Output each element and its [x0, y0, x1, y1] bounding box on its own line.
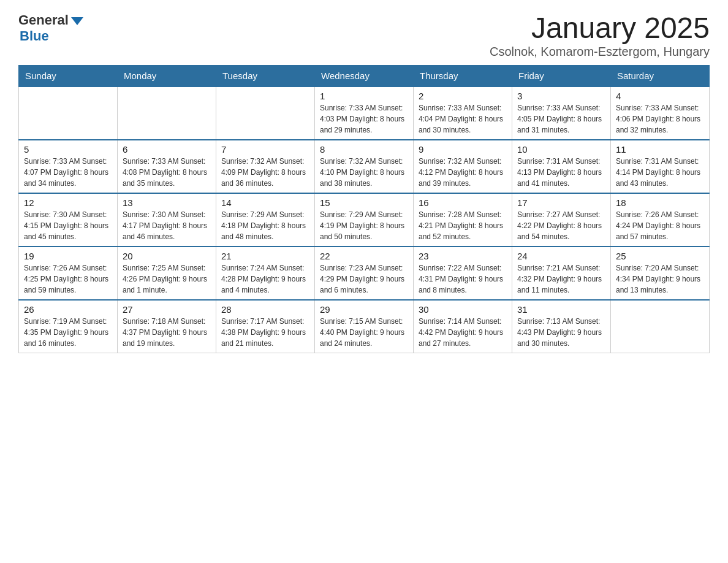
table-row: 6Sunrise: 7:33 AM Sunset: 4:08 PM Daylig… — [118, 140, 216, 193]
day-info: Sunrise: 7:25 AM Sunset: 4:26 PM Dayligh… — [123, 262, 211, 296]
table-row: 30Sunrise: 7:14 AM Sunset: 4:42 PM Dayli… — [414, 300, 512, 353]
table-row: 31Sunrise: 7:13 AM Sunset: 4:43 PM Dayli… — [512, 300, 611, 353]
day-number: 19 — [24, 251, 112, 261]
page-header: General Blue January 2025 Csolnok, Komar… — [18, 12, 710, 59]
table-row: 1Sunrise: 7:33 AM Sunset: 4:03 PM Daylig… — [315, 86, 414, 140]
day-info: Sunrise: 7:23 AM Sunset: 4:29 PM Dayligh… — [320, 262, 408, 296]
day-number: 3 — [517, 91, 605, 101]
day-number: 26 — [24, 304, 112, 315]
day-number: 29 — [320, 304, 408, 315]
day-info: Sunrise: 7:33 AM Sunset: 4:08 PM Dayligh… — [123, 156, 211, 189]
header-day-saturday: Saturday — [611, 65, 710, 86]
day-info: Sunrise: 7:26 AM Sunset: 4:24 PM Dayligh… — [616, 209, 704, 242]
day-number: 14 — [221, 197, 309, 208]
day-number: 27 — [123, 304, 211, 315]
day-number: 23 — [419, 251, 507, 261]
day-number: 18 — [616, 197, 704, 208]
table-row: 18Sunrise: 7:26 AM Sunset: 4:24 PM Dayli… — [611, 193, 710, 247]
day-number: 22 — [320, 251, 408, 261]
header-day-tuesday: Tuesday — [216, 65, 315, 86]
table-row: 2Sunrise: 7:33 AM Sunset: 4:04 PM Daylig… — [414, 86, 512, 140]
calendar-week-1: 1Sunrise: 7:33 AM Sunset: 4:03 PM Daylig… — [19, 86, 710, 140]
table-row: 10Sunrise: 7:31 AM Sunset: 4:13 PM Dayli… — [512, 140, 611, 193]
calendar-header: SundayMondayTuesdayWednesdayThursdayFrid… — [19, 65, 710, 86]
day-number: 7 — [221, 144, 309, 155]
calendar-week-5: 26Sunrise: 7:19 AM Sunset: 4:35 PM Dayli… — [19, 300, 710, 353]
day-info: Sunrise: 7:26 AM Sunset: 4:25 PM Dayligh… — [24, 262, 112, 296]
day-info: Sunrise: 7:20 AM Sunset: 4:34 PM Dayligh… — [616, 262, 704, 296]
day-number: 9 — [419, 144, 507, 155]
day-number: 11 — [616, 144, 704, 155]
table-row: 9Sunrise: 7:32 AM Sunset: 4:12 PM Daylig… — [414, 140, 512, 193]
day-number: 4 — [616, 91, 704, 101]
table-row: 14Sunrise: 7:29 AM Sunset: 4:18 PM Dayli… — [216, 193, 315, 247]
table-row: 16Sunrise: 7:28 AM Sunset: 4:21 PM Dayli… — [414, 193, 512, 247]
calendar-week-3: 12Sunrise: 7:30 AM Sunset: 4:15 PM Dayli… — [19, 193, 710, 247]
page-title: January 2025 — [490, 12, 710, 45]
table-row: 17Sunrise: 7:27 AM Sunset: 4:22 PM Dayli… — [512, 193, 611, 247]
header-day-friday: Friday — [512, 65, 611, 86]
day-info: Sunrise: 7:32 AM Sunset: 4:12 PM Dayligh… — [419, 156, 507, 189]
day-info: Sunrise: 7:17 AM Sunset: 4:38 PM Dayligh… — [221, 316, 309, 349]
table-row: 28Sunrise: 7:17 AM Sunset: 4:38 PM Dayli… — [216, 300, 315, 353]
day-info: Sunrise: 7:33 AM Sunset: 4:05 PM Dayligh… — [517, 102, 605, 136]
day-number: 10 — [517, 144, 605, 155]
day-info: Sunrise: 7:19 AM Sunset: 4:35 PM Dayligh… — [24, 316, 112, 349]
day-number: 21 — [221, 251, 309, 261]
table-row — [19, 86, 118, 140]
day-number: 13 — [123, 197, 211, 208]
table-row: 4Sunrise: 7:33 AM Sunset: 4:06 PM Daylig… — [611, 86, 710, 140]
header-day-thursday: Thursday — [414, 65, 512, 86]
table-row: 22Sunrise: 7:23 AM Sunset: 4:29 PM Dayli… — [315, 247, 414, 300]
table-row: 11Sunrise: 7:31 AM Sunset: 4:14 PM Dayli… — [611, 140, 710, 193]
table-row: 8Sunrise: 7:32 AM Sunset: 4:10 PM Daylig… — [315, 140, 414, 193]
table-row: 12Sunrise: 7:30 AM Sunset: 4:15 PM Dayli… — [19, 193, 118, 247]
logo-triangle-icon — [71, 17, 83, 25]
table-row: 3Sunrise: 7:33 AM Sunset: 4:05 PM Daylig… — [512, 86, 611, 140]
table-row: 7Sunrise: 7:32 AM Sunset: 4:09 PM Daylig… — [216, 140, 315, 193]
table-row: 5Sunrise: 7:33 AM Sunset: 4:07 PM Daylig… — [19, 140, 118, 193]
day-number: 20 — [123, 251, 211, 261]
table-row: 13Sunrise: 7:30 AM Sunset: 4:17 PM Dayli… — [118, 193, 216, 247]
day-info: Sunrise: 7:15 AM Sunset: 4:40 PM Dayligh… — [320, 316, 408, 349]
day-info: Sunrise: 7:22 AM Sunset: 4:31 PM Dayligh… — [419, 262, 507, 296]
day-info: Sunrise: 7:28 AM Sunset: 4:21 PM Dayligh… — [419, 209, 507, 242]
header-day-wednesday: Wednesday — [315, 65, 414, 86]
day-info: Sunrise: 7:30 AM Sunset: 4:15 PM Dayligh… — [24, 209, 112, 242]
day-number: 8 — [320, 144, 408, 155]
day-number: 30 — [419, 304, 507, 315]
day-number: 24 — [517, 251, 605, 261]
day-info: Sunrise: 7:27 AM Sunset: 4:22 PM Dayligh… — [517, 209, 605, 242]
table-row: 24Sunrise: 7:21 AM Sunset: 4:32 PM Dayli… — [512, 247, 611, 300]
day-number: 6 — [123, 144, 211, 155]
day-number: 2 — [419, 91, 507, 101]
table-row: 25Sunrise: 7:20 AM Sunset: 4:34 PM Dayli… — [611, 247, 710, 300]
day-number: 17 — [517, 197, 605, 208]
day-info: Sunrise: 7:31 AM Sunset: 4:13 PM Dayligh… — [517, 156, 605, 189]
calendar-body: 1Sunrise: 7:33 AM Sunset: 4:03 PM Daylig… — [19, 86, 710, 353]
table-row: 23Sunrise: 7:22 AM Sunset: 4:31 PM Dayli… — [414, 247, 512, 300]
page-subtitle: Csolnok, Komarom-Esztergom, Hungary — [490, 45, 710, 59]
day-number: 16 — [419, 197, 507, 208]
table-row: 26Sunrise: 7:19 AM Sunset: 4:35 PM Dayli… — [19, 300, 118, 353]
table-row — [611, 300, 710, 353]
table-row — [216, 86, 315, 140]
day-info: Sunrise: 7:13 AM Sunset: 4:43 PM Dayligh… — [517, 316, 605, 349]
day-info: Sunrise: 7:29 AM Sunset: 4:18 PM Dayligh… — [221, 209, 309, 242]
logo: General Blue — [18, 12, 83, 44]
calendar-header-row: SundayMondayTuesdayWednesdayThursdayFrid… — [19, 65, 710, 86]
table-row: 27Sunrise: 7:18 AM Sunset: 4:37 PM Dayli… — [118, 300, 216, 353]
table-row: 21Sunrise: 7:24 AM Sunset: 4:28 PM Dayli… — [216, 247, 315, 300]
table-row: 20Sunrise: 7:25 AM Sunset: 4:26 PM Dayli… — [118, 247, 216, 300]
day-info: Sunrise: 7:33 AM Sunset: 4:06 PM Dayligh… — [616, 102, 704, 136]
day-number: 1 — [320, 91, 408, 101]
logo-text-blue: Blue — [20, 28, 49, 44]
day-number: 25 — [616, 251, 704, 261]
calendar-week-2: 5Sunrise: 7:33 AM Sunset: 4:07 PM Daylig… — [19, 140, 710, 193]
title-block: January 2025 Csolnok, Komarom-Esztergom,… — [490, 12, 710, 59]
day-info: Sunrise: 7:32 AM Sunset: 4:10 PM Dayligh… — [320, 156, 408, 189]
day-info: Sunrise: 7:32 AM Sunset: 4:09 PM Dayligh… — [221, 156, 309, 189]
day-info: Sunrise: 7:24 AM Sunset: 4:28 PM Dayligh… — [221, 262, 309, 296]
table-row: 15Sunrise: 7:29 AM Sunset: 4:19 PM Dayli… — [315, 193, 414, 247]
day-number: 15 — [320, 197, 408, 208]
